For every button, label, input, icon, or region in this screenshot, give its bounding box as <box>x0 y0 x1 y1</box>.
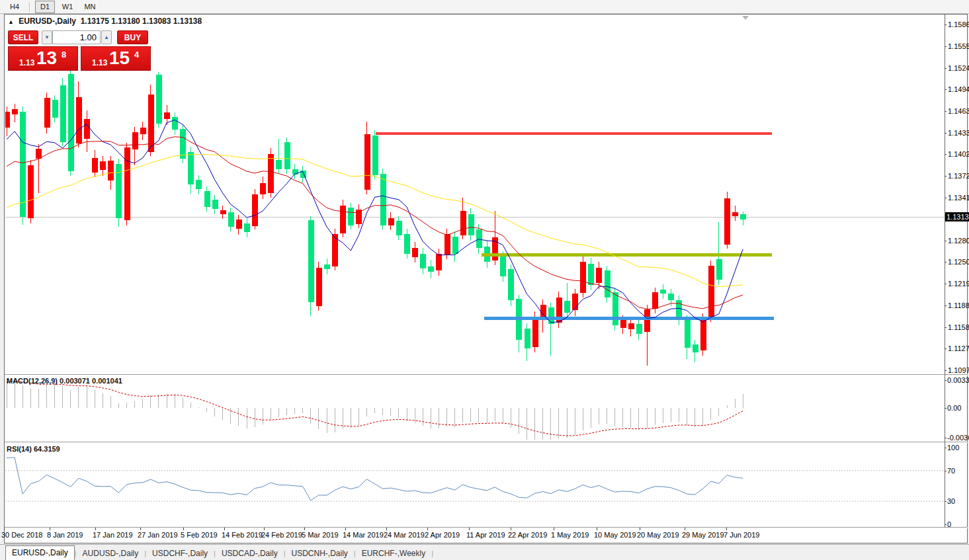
date-axis-label: 7 Jun 2019 <box>724 531 759 539</box>
price-axis-label: 1.12500 <box>948 258 969 266</box>
price-axis-label: 1.14025 <box>948 150 969 158</box>
chevron-down-icon: ▼ <box>44 34 50 40</box>
date-axis-label: 29 May 2019 <box>682 531 724 539</box>
rsi-axis-label: 100 <box>947 444 959 452</box>
date-axis-label: 1 May 2019 <box>551 531 589 539</box>
chart-plot-area[interactable] <box>0 0 969 560</box>
tab-separator: | <box>431 547 433 560</box>
date-axis-label: 27 Jan 2019 <box>138 531 178 539</box>
buy-price-prefix: 1.13 <box>92 58 107 67</box>
chart-tab-eurusd-daily[interactable]: EURUSD-,Daily <box>5 545 75 560</box>
date-axis-tick <box>140 528 141 530</box>
price-axis-label: 1.14940 <box>948 85 969 93</box>
price-axis-border <box>945 15 945 528</box>
price-axis-label: 1.14330 <box>948 129 969 137</box>
price-axis-tick <box>945 89 947 90</box>
price-axis-tick <box>945 327 947 328</box>
chart-tab-usdcnh-daily[interactable]: USDCNH-,Daily <box>286 547 354 560</box>
pane-separator[interactable] <box>5 374 968 376</box>
chart-tab-audusd-daily[interactable]: AUDUSD-,Daily <box>77 547 145 560</box>
date-axis-tick <box>469 528 470 530</box>
sell-button[interactable]: SELL <box>8 30 38 44</box>
buy-price-pips: 4 <box>134 50 139 60</box>
rsi-label: RSI(14) 64.3159 <box>7 445 60 453</box>
date-axis-label: 20 May 2019 <box>637 531 679 539</box>
buy-price-big: 15 <box>109 48 130 69</box>
ohlc-high: 1.13180 <box>111 17 140 26</box>
price-axis-tick <box>945 176 947 177</box>
chart-tab-bar: EURUSD-,Daily|AUDUSD-,Daily|USDCHF-,Dail… <box>0 544 969 560</box>
date-axis-tick <box>554 528 554 530</box>
latest-bar-marker-icon <box>742 16 749 20</box>
date-axis-tick <box>685 528 685 530</box>
price-axis-tick <box>945 284 947 284</box>
current-price-tag: 1.13138 <box>945 212 969 221</box>
price-axis-tick <box>945 198 947 198</box>
price-axis-label: 1.13415 <box>948 194 969 202</box>
rsi-value: 64.3159 <box>34 445 60 453</box>
sell-price-tile[interactable]: 1.13 13 8 <box>8 46 78 71</box>
rsi-axis-tick <box>945 524 947 525</box>
pane-separator <box>5 527 968 528</box>
chart-symbol-label: EURUSD-,Daily <box>19 17 76 26</box>
macd-axis-label: -0.003664 <box>947 434 969 442</box>
date-axis-tick <box>597 528 597 530</box>
date-axis-label: 17 Jan 2019 <box>93 531 133 539</box>
price-axis-tick <box>945 154 947 155</box>
date-axis-tick <box>95 528 96 530</box>
price-axis-label: 1.11275 <box>948 344 969 352</box>
volume-down-button[interactable]: ▼ <box>42 30 52 44</box>
macd-name: MACD(12,26,9) <box>7 377 58 385</box>
price-axis-label: 1.15550 <box>948 42 969 50</box>
date-axis-label: 22 Apr 2019 <box>508 531 547 539</box>
volume-input[interactable] <box>52 30 101 44</box>
price-axis-tick <box>945 133 947 134</box>
date-axis-label: 2 Apr 2019 <box>425 531 460 539</box>
price-axis-tick <box>945 111 947 112</box>
date-axis-label: 14 Mar 2019 <box>343 531 384 539</box>
date-axis-tick <box>511 528 511 530</box>
price-axis-label: 1.14635 <box>948 107 969 115</box>
date-axis-tick <box>726 528 727 530</box>
ohlc-open: 1.13175 <box>81 17 109 26</box>
date-axis-label: 5 Feb 2019 <box>181 531 218 539</box>
macd-axis-label: 0.003392 <box>947 376 969 384</box>
macd-axis-tick <box>945 438 947 438</box>
ohlc-header: ▲ EURUSD-,Daily 1.13175 1.13180 1.13083 … <box>8 17 202 26</box>
macd-axis-label: 0.00 <box>947 404 961 412</box>
rsi-axis-label: 70 <box>947 467 955 475</box>
price-axis-label: 1.10970 <box>948 366 969 374</box>
chart-tab-usdcad-daily[interactable]: USDCAD-,Daily <box>216 547 284 560</box>
date-axis-tick <box>224 528 225 530</box>
price-axis-label: 1.15245 <box>948 64 969 72</box>
chart-tab-usdchf-daily[interactable]: USDCHF-,Daily <box>146 547 214 560</box>
buy-button[interactable]: BUY <box>117 30 148 44</box>
sell-price-prefix: 1.13 <box>19 58 34 67</box>
macd-axis-tick <box>945 408 947 409</box>
chart-tab-eurchf-weekly[interactable]: EURCHF-,Weekly <box>356 547 431 560</box>
date-axis-label: 11 Apr 2019 <box>466 531 505 539</box>
price-axis-tick <box>945 68 947 69</box>
date-axis-tick <box>264 528 265 530</box>
symbol-marker-icon: ▲ <box>8 19 14 25</box>
price-axis-tick <box>945 348 947 349</box>
price-axis-tick <box>945 262 947 262</box>
price-axis-tick <box>945 370 947 371</box>
date-axis-label: 30 Dec 2018 <box>1 531 42 539</box>
price-axis-label: 1.13720 <box>948 172 969 180</box>
ohlc-low: 1.13083 <box>142 17 171 26</box>
date-axis-label: 10 May 2019 <box>594 531 636 539</box>
date-axis-tick <box>640 528 640 530</box>
macd-axis-tick <box>945 380 947 381</box>
date-axis-tick <box>50 528 50 530</box>
date-axis-tick <box>427 528 428 530</box>
date-axis-tick <box>183 528 184 530</box>
rsi-axis-tick <box>945 501 947 502</box>
buy-price-tile[interactable]: 1.13 15 4 <box>81 46 151 71</box>
pane-separator[interactable] <box>5 442 968 443</box>
volume-up-button[interactable]: ▲ <box>101 30 112 44</box>
macd-values: 0.003071 0.001041 <box>60 377 122 385</box>
price-axis-label: 1.11580 <box>948 323 969 331</box>
price-axis-tick <box>945 305 947 306</box>
price-axis-label: 1.15860 <box>948 20 969 28</box>
